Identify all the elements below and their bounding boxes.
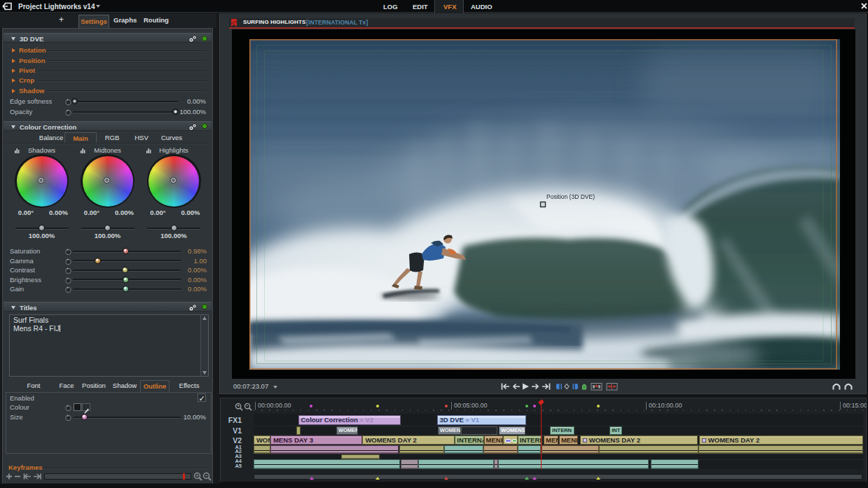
svg-text:−: − (205, 473, 207, 478)
svg-text:+: + (237, 403, 240, 408)
svg-text:−: − (246, 403, 249, 408)
svg-text:+: + (195, 473, 198, 478)
svg-text:Position (3D DVE): Position (3D DVE) (546, 193, 595, 200)
